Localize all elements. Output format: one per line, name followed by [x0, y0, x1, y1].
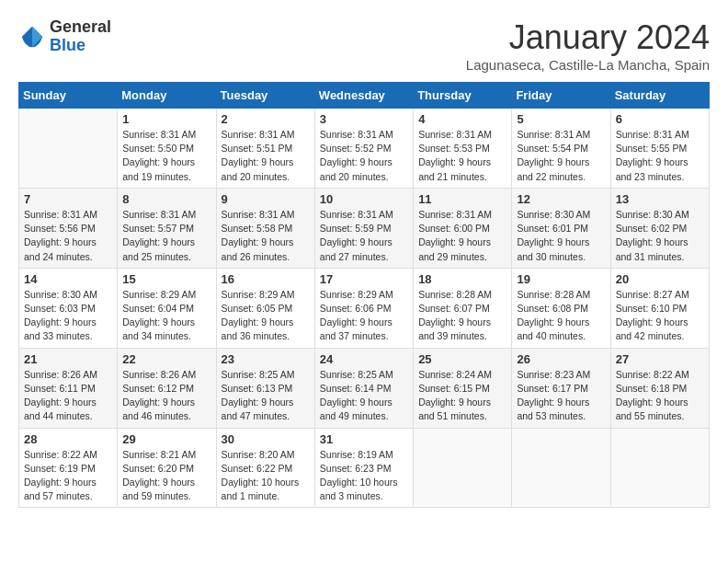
col-header-saturday: Saturday	[610, 83, 709, 109]
day-cell: 30Sunrise: 8:20 AM Sunset: 6:22 PM Dayli…	[216, 428, 314, 508]
day-cell: 27Sunrise: 8:22 AM Sunset: 6:18 PM Dayli…	[610, 348, 709, 428]
day-cell: 26Sunrise: 8:23 AM Sunset: 6:17 PM Dayli…	[512, 348, 610, 428]
day-number: 6	[616, 112, 704, 126]
day-number: 25	[418, 352, 506, 366]
day-info: Sunrise: 8:31 AM Sunset: 5:50 PM Dayligh…	[122, 128, 210, 184]
col-header-wednesday: Wednesday	[314, 83, 413, 109]
day-number: 5	[517, 112, 605, 126]
page-header: General Blue January 2024 Lagunaseca, Ca…	[18, 18, 710, 73]
day-info: Sunrise: 8:30 AM Sunset: 6:02 PM Dayligh…	[616, 208, 704, 264]
week-row-1: 1Sunrise: 8:31 AM Sunset: 5:50 PM Daylig…	[19, 109, 710, 189]
day-cell: 23Sunrise: 8:25 AM Sunset: 6:13 PM Dayli…	[216, 348, 314, 428]
day-number: 31	[320, 432, 408, 446]
day-info: Sunrise: 8:24 AM Sunset: 6:15 PM Dayligh…	[418, 368, 506, 424]
day-number: 27	[616, 352, 704, 366]
month-title: January 2024	[466, 18, 710, 57]
day-info: Sunrise: 8:21 AM Sunset: 6:20 PM Dayligh…	[122, 448, 210, 504]
day-info: Sunrise: 8:25 AM Sunset: 6:14 PM Dayligh…	[320, 368, 408, 424]
week-row-5: 28Sunrise: 8:22 AM Sunset: 6:19 PM Dayli…	[19, 428, 710, 508]
day-info: Sunrise: 8:23 AM Sunset: 6:17 PM Dayligh…	[517, 368, 605, 424]
day-number: 18	[418, 272, 506, 286]
day-number: 11	[418, 192, 506, 206]
col-header-tuesday: Tuesday	[216, 83, 314, 109]
day-number: 17	[320, 272, 408, 286]
day-info: Sunrise: 8:20 AM Sunset: 6:22 PM Dayligh…	[222, 448, 310, 504]
col-header-friday: Friday	[512, 83, 610, 109]
logo: General Blue	[18, 18, 111, 55]
day-cell: 25Sunrise: 8:24 AM Sunset: 6:15 PM Dayli…	[414, 348, 512, 428]
day-info: Sunrise: 8:31 AM Sunset: 5:57 PM Dayligh…	[122, 208, 210, 264]
day-number: 8	[122, 192, 210, 206]
day-info: Sunrise: 8:19 AM Sunset: 6:23 PM Dayligh…	[320, 448, 408, 504]
day-number: 1	[122, 112, 210, 126]
day-cell: 13Sunrise: 8:30 AM Sunset: 6:02 PM Dayli…	[610, 188, 709, 268]
day-cell: 7Sunrise: 8:31 AM Sunset: 5:56 PM Daylig…	[19, 188, 118, 268]
day-number: 30	[222, 432, 310, 446]
day-cell	[414, 428, 512, 508]
logo-icon	[18, 23, 46, 51]
day-info: Sunrise: 8:25 AM Sunset: 6:13 PM Dayligh…	[222, 368, 310, 424]
col-header-sunday: Sunday	[19, 83, 118, 109]
day-number: 14	[24, 272, 112, 286]
day-number: 16	[222, 272, 310, 286]
day-cell: 16Sunrise: 8:29 AM Sunset: 6:05 PM Dayli…	[216, 268, 314, 348]
day-cell: 1Sunrise: 8:31 AM Sunset: 5:50 PM Daylig…	[118, 109, 216, 189]
day-number: 29	[122, 432, 210, 446]
col-header-monday: Monday	[118, 83, 216, 109]
day-cell: 15Sunrise: 8:29 AM Sunset: 6:04 PM Dayli…	[118, 268, 216, 348]
logo-general: General	[50, 18, 111, 37]
day-info: Sunrise: 8:30 AM Sunset: 6:03 PM Dayligh…	[24, 288, 112, 344]
logo-blue: Blue	[50, 37, 111, 55]
location: Lagunaseca, Castille-La Mancha, Spain	[466, 57, 710, 73]
title-section: January 2024 Lagunaseca, Castille-La Man…	[466, 18, 710, 73]
day-cell: 22Sunrise: 8:26 AM Sunset: 6:12 PM Dayli…	[118, 348, 216, 428]
day-info: Sunrise: 8:31 AM Sunset: 5:52 PM Dayligh…	[320, 128, 408, 184]
day-cell: 6Sunrise: 8:31 AM Sunset: 5:55 PM Daylig…	[610, 109, 709, 189]
col-header-thursday: Thursday	[414, 83, 512, 109]
day-info: Sunrise: 8:29 AM Sunset: 6:05 PM Dayligh…	[222, 288, 310, 344]
day-info: Sunrise: 8:29 AM Sunset: 6:06 PM Dayligh…	[320, 288, 408, 344]
day-info: Sunrise: 8:26 AM Sunset: 6:12 PM Dayligh…	[122, 368, 210, 424]
week-row-3: 14Sunrise: 8:30 AM Sunset: 6:03 PM Dayli…	[19, 268, 710, 348]
day-number: 10	[320, 192, 408, 206]
day-cell: 24Sunrise: 8:25 AM Sunset: 6:14 PM Dayli…	[314, 348, 413, 428]
day-info: Sunrise: 8:31 AM Sunset: 5:56 PM Dayligh…	[24, 208, 112, 264]
day-cell: 28Sunrise: 8:22 AM Sunset: 6:19 PM Dayli…	[19, 428, 118, 508]
day-info: Sunrise: 8:28 AM Sunset: 6:07 PM Dayligh…	[418, 288, 506, 344]
day-info: Sunrise: 8:22 AM Sunset: 6:18 PM Dayligh…	[616, 368, 704, 424]
day-cell: 5Sunrise: 8:31 AM Sunset: 5:54 PM Daylig…	[512, 109, 610, 189]
day-number: 23	[222, 352, 310, 366]
day-info: Sunrise: 8:31 AM Sunset: 5:55 PM Dayligh…	[616, 128, 704, 184]
logo-text: General Blue	[50, 18, 111, 55]
day-info: Sunrise: 8:31 AM Sunset: 5:54 PM Dayligh…	[517, 128, 605, 184]
day-info: Sunrise: 8:22 AM Sunset: 6:19 PM Dayligh…	[24, 448, 112, 504]
day-info: Sunrise: 8:31 AM Sunset: 5:53 PM Dayligh…	[418, 128, 506, 184]
day-number: 20	[616, 272, 704, 286]
day-number: 21	[24, 352, 112, 366]
day-info: Sunrise: 8:31 AM Sunset: 5:59 PM Dayligh…	[320, 208, 408, 264]
day-cell: 18Sunrise: 8:28 AM Sunset: 6:07 PM Dayli…	[414, 268, 512, 348]
day-number: 19	[517, 272, 605, 286]
day-number: 15	[122, 272, 210, 286]
header-row: SundayMondayTuesdayWednesdayThursdayFrid…	[19, 83, 710, 109]
day-cell: 2Sunrise: 8:31 AM Sunset: 5:51 PM Daylig…	[216, 109, 314, 189]
day-cell	[512, 428, 610, 508]
day-cell: 19Sunrise: 8:28 AM Sunset: 6:08 PM Dayli…	[512, 268, 610, 348]
day-number: 28	[24, 432, 112, 446]
day-cell: 12Sunrise: 8:30 AM Sunset: 6:01 PM Dayli…	[512, 188, 610, 268]
day-number: 22	[122, 352, 210, 366]
week-row-2: 7Sunrise: 8:31 AM Sunset: 5:56 PM Daylig…	[19, 188, 710, 268]
day-cell: 17Sunrise: 8:29 AM Sunset: 6:06 PM Dayli…	[314, 268, 413, 348]
day-cell: 8Sunrise: 8:31 AM Sunset: 5:57 PM Daylig…	[118, 188, 216, 268]
calendar-table: SundayMondayTuesdayWednesdayThursdayFrid…	[18, 82, 710, 508]
day-number: 3	[320, 112, 408, 126]
day-info: Sunrise: 8:27 AM Sunset: 6:10 PM Dayligh…	[616, 288, 704, 344]
day-info: Sunrise: 8:29 AM Sunset: 6:04 PM Dayligh…	[122, 288, 210, 344]
day-info: Sunrise: 8:31 AM Sunset: 5:51 PM Dayligh…	[222, 128, 310, 184]
day-info: Sunrise: 8:28 AM Sunset: 6:08 PM Dayligh…	[517, 288, 605, 344]
day-number: 2	[222, 112, 310, 126]
day-cell: 29Sunrise: 8:21 AM Sunset: 6:20 PM Dayli…	[118, 428, 216, 508]
day-cell: 10Sunrise: 8:31 AM Sunset: 5:59 PM Dayli…	[314, 188, 413, 268]
week-row-4: 21Sunrise: 8:26 AM Sunset: 6:11 PM Dayli…	[19, 348, 710, 428]
day-cell: 21Sunrise: 8:26 AM Sunset: 6:11 PM Dayli…	[19, 348, 118, 428]
